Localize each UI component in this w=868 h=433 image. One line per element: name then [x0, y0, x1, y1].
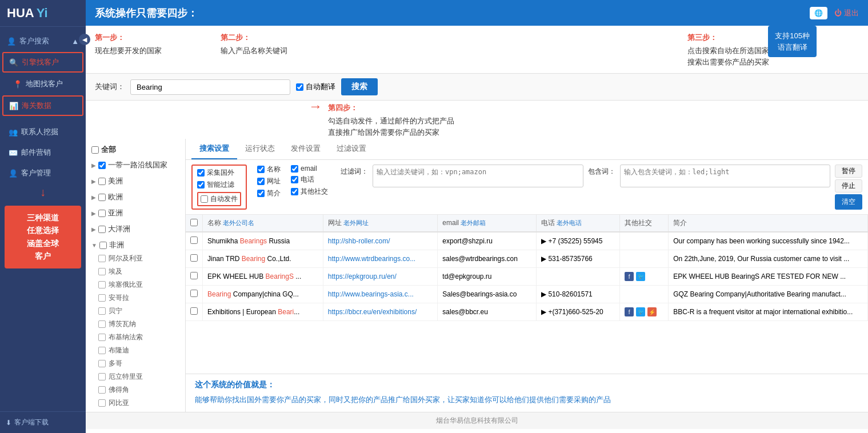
email-checkbox[interactable]: [291, 165, 298, 173]
social-checkbox[interactable]: [291, 188, 298, 195]
name-checkbox[interactable]: [257, 166, 265, 173]
row-checkbox[interactable]: [190, 272, 198, 279]
country-group-title-africa[interactable]: ▼ 非洲: [86, 238, 185, 252]
website-link[interactable]: http://shb-roller.com/: [328, 237, 390, 245]
row-checkbox[interactable]: [190, 254, 198, 262]
sidebar-group-label: 客户搜索: [19, 36, 49, 46]
country-item[interactable]: 埃及: [86, 265, 185, 278]
social-check[interactable]: 其他社交: [291, 187, 328, 197]
table-row: Bearing Company|china GQ...http://www.be…: [186, 286, 868, 303]
auto-translate-checkbox[interactable]: [296, 83, 303, 91]
country-item[interactable]: 冈比亚: [86, 396, 185, 410]
website-checkbox[interactable]: [257, 178, 265, 185]
row-website[interactable]: http://shb-roller.com/: [323, 232, 438, 250]
stop-button[interactable]: 停止: [835, 179, 862, 193]
other-social-icon[interactable]: ⚡: [647, 307, 657, 316]
country-item[interactable]: 贝宁: [86, 304, 185, 318]
website-link[interactable]: http://www.bearings-asia.c...: [328, 290, 414, 298]
tab-run-status[interactable]: 运行状态: [237, 139, 283, 159]
download-button[interactable]: ⬇ 客户端下载: [0, 411, 86, 433]
country-item[interactable]: 布隆迪: [86, 344, 185, 357]
belt-road-checkbox[interactable]: [98, 162, 106, 169]
content-area: 第一步： 现在想要开发的国家 第二步： 输入产品名称关键词 第三步： 点击搜索自…: [86, 26, 868, 433]
collect-foreign-check[interactable]: 采集国外: [197, 168, 241, 178]
country-item[interactable]: 安哥拉: [86, 291, 185, 304]
country-item[interactable]: 布基纳法索: [86, 331, 185, 344]
country-group-title-asia[interactable]: ▶ 亚洲: [86, 206, 185, 220]
row-website[interactable]: https://epkgroup.ru/en/: [323, 268, 438, 286]
smart-filter-checkbox[interactable]: [197, 181, 205, 189]
country-all[interactable]: 全部: [86, 142, 185, 157]
sidebar-group-customer-search[interactable]: 👤 客户搜索 ▲: [0, 31, 86, 51]
twitter-icon[interactable]: 🐦: [636, 272, 645, 281]
website-link[interactable]: http://www.wtrdbearings.co...: [328, 255, 415, 263]
sidebar-item-label: 联系人挖掘: [21, 127, 58, 137]
intro-checkbox[interactable]: [257, 190, 265, 197]
row-website[interactable]: http://www.bearings-asia.c...: [323, 286, 438, 303]
phone-check[interactable]: 电话: [291, 175, 328, 185]
country-item[interactable]: 厄立特里亚: [86, 370, 185, 383]
americas-checkbox[interactable]: [98, 178, 106, 185]
logo-yi: Yi: [37, 6, 48, 21]
clear-button[interactable]: 清空: [835, 194, 862, 210]
country-item[interactable]: 博茨瓦纳: [86, 318, 185, 331]
sidebar-item-customer-mgmt[interactable]: 👤 客户管理: [0, 163, 86, 183]
row-checkbox[interactable]: [190, 307, 198, 315]
africa-label: 非洲: [109, 240, 124, 250]
country-group-title-europe[interactable]: ▶ 欧洲: [86, 190, 185, 204]
facebook-icon[interactable]: f: [625, 272, 634, 281]
europe-checkbox[interactable]: [98, 194, 106, 201]
tab-search-settings[interactable]: 搜索设置: [191, 139, 237, 159]
intro-check[interactable]: 简介: [257, 189, 281, 198]
auto-send-check[interactable]: 自动发件: [197, 192, 241, 206]
twitter-icon[interactable]: 🐦: [636, 307, 645, 316]
exit-button[interactable]: ⏻ 退出: [834, 8, 859, 18]
website-check[interactable]: 网址: [257, 177, 281, 186]
country-item[interactable]: 多哥: [86, 357, 185, 370]
country-item[interactable]: 刚果: [86, 410, 185, 412]
select-all-checkbox[interactable]: [190, 219, 198, 226]
row-website[interactable]: https://bbcr.eu/en/exhibitions/: [323, 303, 438, 321]
tab-filter-settings[interactable]: 过滤设置: [329, 139, 374, 159]
include-textarea[interactable]: [620, 165, 831, 187]
row-website[interactable]: http://www.wtrdbearings.co...: [323, 250, 438, 268]
filter-textarea[interactable]: [373, 165, 583, 187]
email-check[interactable]: email: [291, 165, 328, 173]
sidebar-item-customs[interactable]: 📊 海关数据: [2, 95, 83, 116]
country-group-title-oceania[interactable]: ▶ 大洋洲: [86, 222, 185, 236]
country-group-title-belt-road[interactable]: ▶ 一带一路沿线国家: [86, 158, 185, 172]
oceania-checkbox[interactable]: [98, 226, 106, 233]
country-item[interactable]: 埃塞俄比亚: [86, 278, 185, 291]
row-email: sales@bbcr.eu: [438, 303, 537, 321]
country-group-title-americas[interactable]: ▶ 美洲: [86, 174, 185, 188]
search-button[interactable]: 搜索: [341, 78, 378, 95]
collapse-button[interactable]: ◀: [79, 34, 90, 45]
auto-send-checkbox[interactable]: [201, 195, 208, 203]
country-item[interactable]: 阿尔及利亚: [86, 252, 185, 265]
country-all-checkbox[interactable]: [91, 146, 99, 154]
row-checkbox[interactable]: [190, 236, 198, 244]
smart-filter-check[interactable]: 智能过滤: [197, 180, 241, 190]
asia-checkbox[interactable]: [98, 210, 106, 217]
sidebar-item-engine-find[interactable]: 🔍 引擎找客户: [2, 52, 83, 73]
sidebar-item-contact-mining[interactable]: 👥 联系人挖掘: [0, 122, 86, 142]
promo-box: 三种渠道 任意选择 涵盖全球 客户: [5, 206, 81, 268]
sidebar-item-email-marketing[interactable]: ✉️ 邮件营销: [0, 142, 86, 163]
pause-button[interactable]: 暂停: [835, 165, 862, 178]
country-item[interactable]: 佛得角: [86, 383, 185, 396]
africa-checkbox[interactable]: [99, 242, 107, 249]
website-link[interactable]: https://bbcr.eu/en/exhibitions/: [328, 308, 417, 316]
name-check[interactable]: 名称: [257, 165, 281, 174]
language-button[interactable]: 🌐: [810, 7, 827, 19]
website-link[interactable]: https://epkgroup.ru/en/: [328, 272, 397, 280]
phone-checkbox[interactable]: [291, 176, 298, 183]
sidebar-item-map-find[interactable]: 📍 地图找客户: [0, 74, 86, 94]
collect-foreign-checkbox[interactable]: [197, 169, 205, 177]
facebook-icon[interactable]: f: [625, 307, 634, 316]
search-input[interactable]: [130, 79, 290, 95]
row-checkbox[interactable]: [190, 290, 198, 297]
field-checkboxes: 名称 网址 简介: [257, 165, 281, 210]
step4-content: → 第四步： 勾选自动发件，通过邮件的方式把产品 直接推广给国外需要你产品的买家: [309, 103, 859, 138]
tab-send-settings[interactable]: 发件设置: [283, 139, 329, 159]
country-group-americas: ▶ 美洲: [86, 173, 185, 189]
